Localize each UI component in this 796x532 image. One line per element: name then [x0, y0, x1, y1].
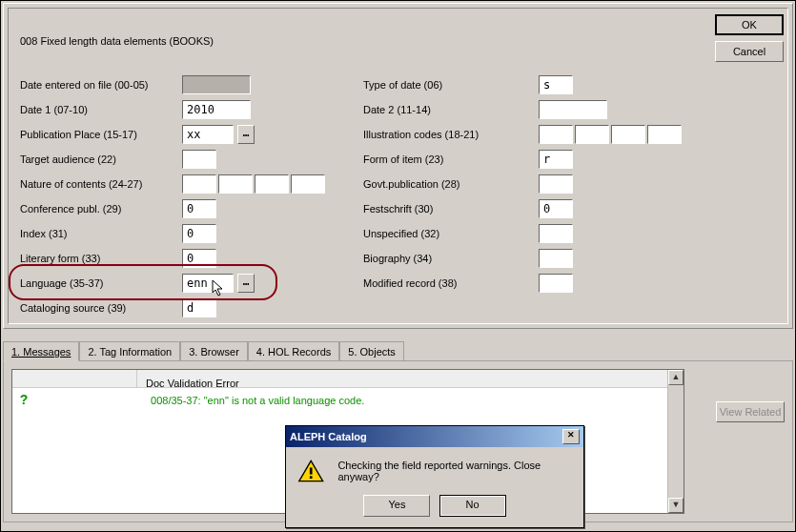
pub-place-picker[interactable]: …: [237, 125, 255, 144]
tab-objects[interactable]: 5. Objects: [339, 341, 404, 361]
scroll-up-icon[interactable]: ▲: [668, 370, 684, 385]
label-form-item: Form of item (23): [363, 153, 443, 165]
label-mod-record: Modified record (38): [363, 277, 457, 289]
language-picker[interactable]: …: [237, 274, 255, 293]
illus-field-2[interactable]: [575, 125, 609, 144]
messages-header-col1: [12, 370, 137, 387]
pub-place-field[interactable]: xx: [182, 125, 234, 144]
message-text: 008/35-37: "enn" is not a valid language…: [151, 395, 364, 406]
view-related-button: View Related: [716, 401, 785, 422]
message-row[interactable]: ? 008/35-37: "enn" is not a valid langua…: [12, 388, 684, 411]
window: 008 Fixed length data elements (BOOKS) D…: [0, 0, 796, 532]
label-pub-place: Publication Place (15-17): [20, 129, 137, 140]
tab-hol-records[interactable]: 4. HOL Records: [248, 341, 339, 361]
label-conf-publ: Conference publ. (29): [20, 203, 121, 215]
label-govt-pub: Govt.publication (28): [363, 178, 460, 190]
date-entered-field: [182, 75, 251, 94]
nature-field-4[interactable]: [291, 174, 325, 194]
type-date-field[interactable]: s: [539, 75, 573, 94]
illus-field-3[interactable]: [611, 125, 645, 144]
scroll-down-icon[interactable]: ▼: [668, 498, 684, 513]
label-illus: Illustration codes (18-21): [363, 129, 479, 140]
dialog-body: Checking the field reported warnings. Cl…: [286, 447, 583, 495]
yes-button[interactable]: Yes: [363, 495, 430, 517]
index-field[interactable]: 0: [182, 224, 216, 243]
question-icon: ?: [14, 392, 33, 407]
language-field[interactable]: enn: [182, 274, 234, 293]
messages-header: Doc Validation Error: [12, 370, 684, 388]
messages-header-title: Doc Validation Error: [140, 376, 245, 391]
label-cat-source: Cataloging source (39): [20, 302, 126, 314]
form-panel: 008 Fixed length data elements (BOOKS) D…: [3, 3, 793, 329]
warning-icon: [297, 459, 324, 483]
scrollbar[interactable]: ▲ ▼: [667, 370, 684, 513]
no-button[interactable]: No: [439, 495, 506, 517]
illus-field-4[interactable]: [647, 125, 682, 144]
dialog-titlebar[interactable]: ALEPH Catalog ✕: [286, 426, 583, 447]
biography-field[interactable]: [539, 249, 573, 268]
tab-browser[interactable]: 3. Browser: [180, 341, 248, 361]
tab-tag-info[interactable]: 2. Tag Information: [79, 341, 180, 361]
svg-rect-1: [310, 476, 313, 479]
label-unspecified: Unspecified (32): [363, 228, 439, 239]
label-index: Index (31): [20, 228, 68, 239]
form-item-field[interactable]: r: [539, 150, 573, 169]
label-nature: Nature of contents (24-27): [20, 178, 142, 190]
date1-field[interactable]: 2010: [182, 100, 251, 119]
dialog-title-text: ALEPH Catalog: [290, 431, 367, 442]
tabstrip: 1. Messages 2. Tag Information 3. Browse…: [3, 340, 793, 360]
svg-rect-0: [310, 467, 313, 474]
nature-field-3[interactable]: [255, 174, 289, 194]
nature-field-2[interactable]: [218, 174, 253, 194]
mod-record-field[interactable]: [539, 274, 573, 293]
label-date2: Date 2 (11-14): [363, 104, 431, 115]
cancel-button[interactable]: Cancel: [715, 41, 784, 62]
dialog-message: Checking the field reported warnings. Cl…: [337, 460, 572, 482]
label-date-entered: Date entered on file (00-05): [20, 79, 149, 91]
festschrift-field[interactable]: 0: [539, 199, 573, 218]
ok-button[interactable]: OK: [715, 14, 784, 35]
panel-title: 008 Fixed length data elements (BOOKS): [20, 35, 214, 47]
label-lit-form: Literary form (33): [20, 253, 100, 264]
illus-field-1[interactable]: [539, 125, 573, 144]
dialog-buttons: Yes No: [286, 495, 583, 522]
confirm-dialog: ALEPH Catalog ✕ Checking the field repor…: [285, 425, 584, 528]
form-inner: 008 Fixed length data elements (BOOKS) D…: [8, 8, 788, 324]
label-festschrift: Festschrift (30): [363, 203, 433, 215]
target-aud-field[interactable]: [182, 150, 216, 169]
tab-messages[interactable]: 1. Messages: [3, 341, 79, 361]
cat-source-field[interactable]: d: [182, 298, 216, 317]
label-language: Language (35-37): [20, 277, 103, 289]
label-date1: Date 1 (07-10): [20, 104, 88, 115]
label-type-date: Type of date (06): [363, 79, 442, 91]
label-target-aud: Target audience (22): [20, 153, 116, 165]
label-biography: Biography (34): [363, 253, 432, 264]
nature-field-1[interactable]: [182, 174, 216, 194]
govt-pub-field[interactable]: [539, 174, 573, 194]
date2-field[interactable]: [539, 100, 607, 119]
close-icon[interactable]: ✕: [562, 429, 580, 444]
unspecified-field[interactable]: [539, 224, 573, 243]
conf-publ-field[interactable]: 0: [182, 199, 216, 218]
lit-form-field[interactable]: 0: [182, 249, 216, 268]
